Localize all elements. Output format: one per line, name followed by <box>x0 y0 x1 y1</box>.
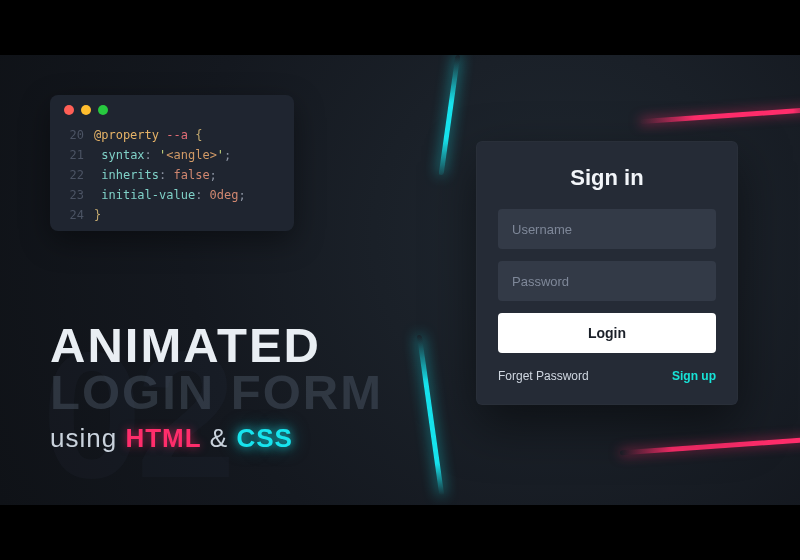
maximize-icon <box>98 105 108 115</box>
neon-bar-pink-bottom <box>620 436 800 456</box>
login-button-label: Login <box>588 325 626 341</box>
code-editor-window: 20@property --a {21 syntax: '<angle>';22… <box>50 95 294 231</box>
username-input[interactable]: Username <box>498 209 716 249</box>
forget-password-link[interactable]: Forget Password <box>498 369 589 383</box>
minimize-icon <box>81 105 91 115</box>
thumbnail-canvas: 20@property --a {21 syntax: '<angle>';22… <box>0 55 800 505</box>
username-placeholder: Username <box>512 222 572 237</box>
thumbnail-stage: 20@property --a {21 syntax: '<angle>';22… <box>0 0 800 560</box>
neon-bar-cyan-top <box>439 55 461 175</box>
headline-html: HTML <box>125 423 201 453</box>
headline-css: CSS <box>236 423 292 453</box>
headline-using: using <box>50 423 125 453</box>
signin-footer: Forget Password Sign up <box>498 369 716 383</box>
password-input[interactable]: Password <box>498 261 716 301</box>
window-traffic-lights <box>64 105 280 115</box>
password-placeholder: Password <box>512 274 569 289</box>
neon-bar-cyan-bottom <box>417 335 444 495</box>
signin-title: Sign in <box>498 165 716 191</box>
headline-line3: using HTML & CSS <box>50 423 410 454</box>
signup-link[interactable]: Sign up <box>672 369 716 383</box>
headline-group: ANIMATED LOGIN FORM using HTML & CSS <box>50 321 410 454</box>
code-block: 20@property --a {21 syntax: '<angle>';22… <box>64 125 280 225</box>
signin-card: Sign in Username Password Login Forget P… <box>476 141 738 405</box>
headline-line1: ANIMATED <box>50 321 410 370</box>
headline-amp: & <box>202 423 237 453</box>
login-button[interactable]: Login <box>498 313 716 353</box>
neon-bar-pink-top <box>640 107 800 125</box>
close-icon <box>64 105 74 115</box>
headline-line2: LOGIN FORM <box>50 368 410 417</box>
